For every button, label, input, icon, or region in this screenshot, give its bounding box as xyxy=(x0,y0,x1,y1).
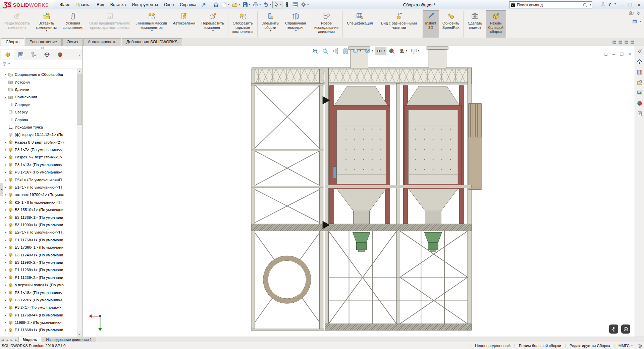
previous-view-button[interactable] xyxy=(331,47,340,55)
tree-item[interactable]: ▸Б3 11990<1> (По умолчани xyxy=(0,221,82,229)
bottom-tab-Исследование движения 1[interactable]: Исследование движения 1 xyxy=(42,337,96,342)
globe-icon[interactable] xyxy=(637,343,642,348)
expand-arrow-icon[interactable]: ▸ xyxy=(3,313,8,317)
section-view-button[interactable] xyxy=(341,47,350,55)
ribbon-large-assembly-mode-button[interactable]: Режим большой сборки xyxy=(486,10,506,39)
apply-scene-dropdown-icon[interactable]: ▾ xyxy=(406,50,407,52)
tree-item[interactable]: ▸Р3.1<16> (По умолчанию< xyxy=(0,168,82,176)
mag-icon[interactable] xyxy=(583,3,588,8)
view-settings-button[interactable]: ▾ xyxy=(409,47,421,55)
bluewin-icon[interactable] xyxy=(612,40,616,44)
bluewin-icon[interactable] xyxy=(618,40,623,44)
tree-item[interactable]: ▸пятачок 19700<1> (По умол xyxy=(0,191,82,198)
tree-item[interactable]: Сверху xyxy=(0,108,82,116)
tree-item[interactable]: ▸Р3.1<7> (По умолчанию<< xyxy=(0,146,82,153)
expand-arrow-icon[interactable]: ▸ xyxy=(3,186,8,189)
scroll-up-icon[interactable]: ▲ xyxy=(77,68,82,74)
open-dropdown-icon[interactable]: ▾ xyxy=(238,3,240,6)
view-orientation-dropdown-icon[interactable]: ▾ xyxy=(360,50,361,52)
pin-icon[interactable] xyxy=(201,2,206,7)
panel-tab-configurationmanager[interactable] xyxy=(27,50,40,59)
ribbon-show-hidden-components-button[interactable]: Отобразить скрытые компоненты xyxy=(230,10,256,39)
print-button[interactable]: ▾ xyxy=(252,1,262,8)
home-button[interactable] xyxy=(212,1,220,8)
person-icon[interactable] xyxy=(600,1,606,7)
print-dropdown-icon[interactable]: ▾ xyxy=(259,3,261,6)
ribbon-instant-3d-button[interactable]: Instant 3D xyxy=(423,10,439,39)
filter-dropdown-icon[interactable]: ▾ xyxy=(8,62,10,65)
ribbon-take-snapshot-button[interactable]: Сделать снимок xyxy=(465,10,485,39)
search-dropdown-icon[interactable]: ▾ xyxy=(590,4,591,6)
tab-Эскиз[interactable]: Эскиз xyxy=(62,38,83,46)
expand-arrow-icon[interactable]: ▸ xyxy=(3,328,8,332)
expand-arrow-icon[interactable]: ▸ xyxy=(3,148,8,151)
zoom-to-fit-button[interactable] xyxy=(311,47,320,55)
close-doc-button[interactable]: ✕ xyxy=(628,52,632,57)
expand-arrow-icon[interactable]: ▸ xyxy=(3,216,8,219)
apply-scene-button[interactable]: ▾ xyxy=(397,47,409,55)
panel-tab-dimxpertmanager[interactable] xyxy=(40,50,53,59)
screen-record-button[interactable] xyxy=(621,325,630,334)
bluewin-icon[interactable] xyxy=(632,19,637,24)
expand-arrow-icon[interactable]: ▸ xyxy=(3,321,8,324)
panel-splitter-knob[interactable] xyxy=(0,46,82,49)
scroll-down-icon[interactable]: ▼ xyxy=(77,332,82,337)
menu-Вставка[interactable]: Вставка xyxy=(107,1,129,8)
tree-item[interactable]: ▸Б3 11240<1> (По умолчани xyxy=(0,251,82,258)
tree-item[interactable]: ▸Р3.1<13> (По умолчанию< xyxy=(0,161,82,168)
taskpane-view-palette[interactable] xyxy=(636,89,643,97)
menu-Вид[interactable]: Вид xyxy=(94,1,107,8)
view-settings-dropdown-icon[interactable]: ▾ xyxy=(418,50,419,52)
insert-components-dropdown-icon[interactable]: ▾ xyxy=(46,30,47,32)
scrollbar-thumb[interactable] xyxy=(77,74,82,125)
ribbon-linear-component-pattern-button[interactable]: Линейный массив компонентов▾ xyxy=(133,10,170,39)
file-properties-button[interactable] xyxy=(291,1,299,8)
view-orientation-button[interactable]: ▾ xyxy=(351,47,362,55)
graphics-area[interactable]: ▾▾▾▾▾ ⊡─❐✕ xyxy=(83,46,635,337)
expand-arrow-icon[interactable]: ▸ xyxy=(3,268,8,271)
menu-Справка[interactable]: Справка xyxy=(177,1,199,8)
minimize-doc-button[interactable]: ─ xyxy=(612,52,615,57)
panel-tabs-overflow-icon[interactable]: › xyxy=(79,53,82,59)
new-document-button[interactable]: ▾ xyxy=(220,1,230,8)
tree-item[interactable]: ▸Разрез 8-8 верт стойки<2> ( xyxy=(0,139,82,146)
save-dropdown-icon[interactable]: ▾ xyxy=(249,3,250,6)
tree-item[interactable]: Спереди xyxy=(0,101,82,108)
expand-arrow-icon[interactable]: ▸ xyxy=(3,283,8,287)
expand-arrow-icon[interactable]: ▸ xyxy=(3,231,8,234)
tree-item[interactable]: ▸Разрез 7-7 верт стойки<1> xyxy=(0,153,82,161)
expand-arrow-icon[interactable]: ▸ xyxy=(3,141,8,144)
rebuild-button[interactable] xyxy=(283,1,291,8)
expand-arrow-icon[interactable]: ▸ xyxy=(3,201,8,204)
tree-item[interactable]: Датчики xyxy=(0,86,82,93)
tree-item[interactable]: ▸К3<1> (По умолчанию<<П xyxy=(0,199,82,206)
zoom-to-area-button[interactable] xyxy=(321,47,330,55)
expand-arrow-icon[interactable]: ▸ xyxy=(3,155,8,159)
dblchev-icon[interactable] xyxy=(636,10,641,16)
menu-Окно[interactable]: Окно xyxy=(161,1,177,8)
tree-item[interactable]: ▸Б3 11990<2> (По умолчани xyxy=(0,259,82,266)
tree-item[interactable]: ▸11988<2> (По умолчанию< xyxy=(0,319,82,326)
taskpane-solidworks-resources[interactable] xyxy=(636,58,643,65)
tree-item[interactable]: ▸Примечания xyxy=(0,93,82,101)
undo-button[interactable]: ▾ xyxy=(262,1,272,8)
taskpane-appearances-scenes[interactable] xyxy=(636,100,643,107)
expand-arrow-icon[interactable]: ▸ xyxy=(3,223,8,227)
ribbon-new-motion-study-button[interactable]: Новое исследование движения xyxy=(312,10,341,39)
linear-component-pattern-dropdown-icon[interactable]: ▾ xyxy=(151,30,153,32)
filter-icon[interactable] xyxy=(2,61,7,67)
taskpane-design-library[interactable] xyxy=(636,68,643,76)
taskpane-file-explorer[interactable] xyxy=(636,79,643,86)
help-button[interactable]: ? xyxy=(608,2,611,7)
tree-item[interactable]: ▸Сопряжения в Сборка общ xyxy=(0,71,82,78)
select-dropdown-icon[interactable]: ▾ xyxy=(280,3,281,6)
ribbon-mate-button[interactable]: Условия сопряжения xyxy=(60,10,86,39)
restore-doc-button[interactable]: ⊡ xyxy=(604,52,608,57)
panel-tab-featuremanager-tree[interactable] xyxy=(1,50,14,59)
window-pane-dropdown-icon[interactable]: ▾ xyxy=(640,20,641,23)
camera-icon[interactable] xyxy=(629,10,634,16)
expand-arrow-icon[interactable]: ▸ xyxy=(3,73,8,76)
bluewin-icon[interactable] xyxy=(624,40,629,44)
tree-item[interactable]: ▸Р1 11239<1> (По умолчани xyxy=(0,266,82,273)
ribbon-reference-geometry-button[interactable]: Справочная геометрия▾ xyxy=(282,10,309,39)
